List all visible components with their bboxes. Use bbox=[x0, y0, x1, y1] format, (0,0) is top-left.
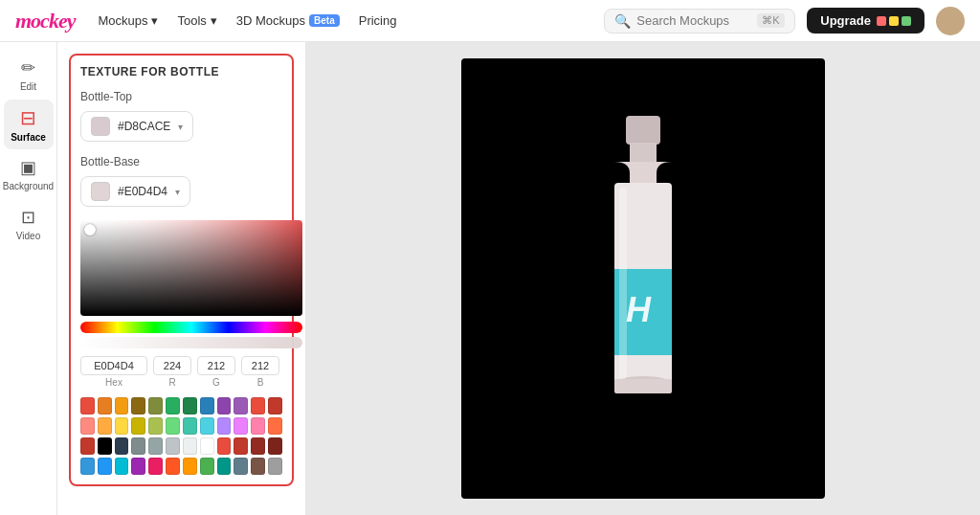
swatch[interactable] bbox=[183, 417, 197, 435]
swatch[interactable] bbox=[200, 437, 214, 455]
sidebar-video-label: Video bbox=[16, 231, 40, 241]
swatch[interactable] bbox=[268, 437, 282, 455]
swatch[interactable] bbox=[217, 458, 232, 475]
swatch[interactable] bbox=[234, 397, 248, 414]
bottle-top-hex: #D8CACE bbox=[118, 120, 170, 133]
swatch[interactable] bbox=[217, 417, 232, 435]
swatch[interactable] bbox=[251, 397, 265, 414]
swatch[interactable] bbox=[268, 458, 282, 475]
search-input[interactable] bbox=[636, 13, 751, 28]
swatch[interactable] bbox=[268, 397, 282, 414]
bottle-base-hex: #E0D4D4 bbox=[118, 185, 167, 198]
picker-handle[interactable] bbox=[84, 224, 96, 235]
icon-sidebar: ✏ Edit ⊟ Surface ▣ Background ⊡ Video bbox=[0, 42, 57, 515]
swatch[interactable] bbox=[200, 397, 214, 414]
b-input-group: B bbox=[241, 356, 279, 388]
r-input-group: R bbox=[153, 356, 191, 388]
swatch[interactable] bbox=[148, 417, 163, 435]
bottle-top-swatch bbox=[91, 117, 110, 136]
bottle-top-color-selector[interactable]: #D8CACE ▾ bbox=[80, 111, 193, 142]
avatar[interactable] bbox=[936, 7, 965, 35]
swatch[interactable] bbox=[234, 437, 248, 455]
upgrade-dots bbox=[877, 16, 911, 26]
swatch[interactable] bbox=[166, 417, 180, 435]
swatch[interactable] bbox=[251, 437, 265, 455]
svg-rect-6 bbox=[614, 379, 672, 393]
swatch[interactable] bbox=[148, 397, 163, 414]
sidebar-item-edit[interactable]: ✏ Edit bbox=[4, 50, 54, 100]
bottle-base-color-selector[interactable]: #E0D4D4 ▾ bbox=[80, 176, 190, 207]
b-label: B bbox=[257, 377, 264, 388]
swatch[interactable] bbox=[98, 458, 112, 475]
hue-slider[interactable] bbox=[80, 322, 302, 333]
chevron-down-icon: ▾ bbox=[211, 13, 217, 28]
swatch[interactable] bbox=[80, 437, 95, 455]
background-icon: ▣ bbox=[20, 157, 36, 178]
search-shortcut: ⌘K bbox=[757, 13, 784, 28]
r-input[interactable] bbox=[153, 356, 191, 375]
swatch[interactable] bbox=[268, 417, 282, 435]
gradient-black-overlay bbox=[80, 220, 302, 316]
swatch[interactable] bbox=[166, 437, 180, 455]
swatch[interactable] bbox=[148, 437, 163, 455]
svg-rect-1 bbox=[630, 143, 657, 162]
swatch[interactable] bbox=[166, 458, 180, 475]
swatch[interactable] bbox=[148, 458, 163, 475]
video-icon: ⊡ bbox=[21, 207, 35, 228]
swatch[interactable] bbox=[98, 417, 112, 435]
swatch[interactable] bbox=[115, 397, 129, 414]
swatch[interactable] bbox=[183, 437, 197, 455]
swatch[interactable] bbox=[200, 417, 214, 435]
swatch[interactable] bbox=[166, 397, 180, 414]
swatch[interactable] bbox=[234, 458, 248, 475]
swatch[interactable] bbox=[80, 458, 95, 475]
surface-icon: ⊟ bbox=[20, 106, 36, 129]
g-input[interactable] bbox=[197, 356, 235, 375]
nav-pricing[interactable]: Pricing bbox=[359, 13, 397, 28]
swatch[interactable] bbox=[234, 417, 248, 435]
color-gradient-area[interactable] bbox=[80, 220, 302, 316]
sidebar-item-surface[interactable]: ⊟ Surface bbox=[4, 100, 54, 149]
opacity-slider[interactable] bbox=[80, 337, 302, 348]
hex-input[interactable] bbox=[80, 356, 147, 375]
swatch[interactable] bbox=[115, 437, 129, 455]
logo[interactable]: mockey bbox=[15, 9, 75, 34]
swatch[interactable] bbox=[183, 458, 197, 475]
bottle-base-label: Bottle-Base bbox=[80, 155, 282, 168]
nav-3d-mockups[interactable]: 3D Mockups Beta bbox=[236, 13, 340, 28]
swatch[interactable] bbox=[217, 437, 232, 455]
swatch[interactable] bbox=[80, 397, 95, 414]
b-input[interactable] bbox=[241, 356, 279, 375]
swatch[interactable] bbox=[251, 417, 265, 435]
swatch[interactable] bbox=[217, 397, 232, 414]
color-swatches-grid bbox=[80, 397, 282, 475]
swatch[interactable] bbox=[183, 397, 197, 414]
r-label: R bbox=[168, 377, 175, 388]
swatch[interactable] bbox=[131, 417, 145, 435]
dot-red bbox=[877, 16, 886, 26]
chevron-down-icon: ▾ bbox=[178, 122, 183, 132]
dot-yellow bbox=[889, 16, 899, 26]
swatch[interactable] bbox=[115, 458, 129, 475]
texture-panel-inner: TEXTURE FOR BOTTLE Bottle-Top #D8CACE ▾ … bbox=[69, 54, 294, 486]
color-picker: Hex R G B bbox=[80, 220, 282, 475]
swatch[interactable] bbox=[131, 458, 145, 475]
sidebar-edit-label: Edit bbox=[20, 81, 36, 92]
swatch[interactable] bbox=[98, 437, 112, 455]
swatch[interactable] bbox=[131, 397, 145, 414]
search-bar[interactable]: 🔍 ⌘K bbox=[604, 9, 795, 34]
swatch[interactable] bbox=[115, 417, 129, 435]
svg-rect-7 bbox=[619, 188, 627, 379]
sidebar-item-background[interactable]: ▣ Background bbox=[4, 149, 54, 199]
swatch[interactable] bbox=[131, 437, 145, 455]
bottle-base-swatch bbox=[91, 182, 110, 201]
sidebar-item-video[interactable]: ⊡ Video bbox=[4, 199, 54, 249]
swatch[interactable] bbox=[251, 458, 265, 475]
swatch[interactable] bbox=[80, 417, 95, 435]
nav-mockups[interactable]: Mockups ▾ bbox=[98, 13, 158, 28]
nav-tools[interactable]: Tools ▾ bbox=[177, 13, 216, 28]
upgrade-button[interactable]: Upgrade bbox=[807, 8, 924, 34]
swatch[interactable] bbox=[200, 458, 214, 475]
swatch[interactable] bbox=[98, 397, 112, 414]
swatches-row-4 bbox=[80, 458, 282, 475]
